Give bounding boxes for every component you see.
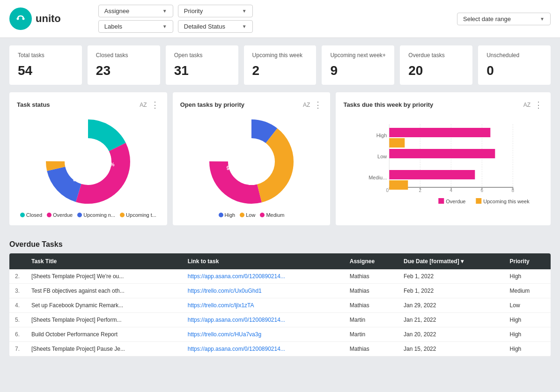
detailed-status-filter[interactable]: Detailed Status ▼ <box>178 20 253 33</box>
row-task-title: [Sheets Template Project] Pause Je... <box>26 341 182 356</box>
legend-low-label: Low <box>246 212 255 218</box>
low-overdue-bar <box>390 149 495 158</box>
legend-upcoming-t-label: Upcoming t... <box>126 212 156 218</box>
table-row: 6. Build October Performance Report http… <box>9 327 551 341</box>
svg-text:2: 2 <box>419 188 422 193</box>
row-assignee: Martin <box>344 327 398 341</box>
chart-actions-3: AZ ⋮ <box>523 100 543 110</box>
row-link[interactable]: https://app.asana.com/0/1200890214... <box>182 341 344 356</box>
row-task-title: [Sheets Template Project] We're ou... <box>26 269 182 284</box>
legend-upcoming-t: Upcoming t... <box>120 212 156 218</box>
filter-row-1: Assignee ▼ Priority ▼ <box>98 5 253 17</box>
labels-filter[interactable]: Labels ▼ <box>98 20 173 33</box>
bar-chart-body: 0 2 4 6 8 High Low Mediu... <box>343 115 543 212</box>
row-num: 2. <box>9 269 26 284</box>
svg-text:42.6%: 42.6% <box>101 162 114 167</box>
header: unito Assignee ▼ Priority ▼ Labels ▼ Det… <box>0 0 560 38</box>
stat-closed-tasks-label: Closed tasks <box>96 52 152 59</box>
more-menu-icon[interactable]: ⋮ <box>151 100 160 110</box>
svg-text:0: 0 <box>386 188 389 193</box>
row-priority: Low <box>504 298 551 312</box>
date-range-container: Select date range ▼ <box>457 13 551 25</box>
overdue-table-section: Overdue Tasks Task Title Link to task As… <box>0 233 560 364</box>
row-priority: High <box>504 269 551 284</box>
col-assignee: Assignee <box>344 253 398 269</box>
legend-upcoming-n-dot <box>77 213 82 217</box>
svg-text:8: 8 <box>512 188 515 193</box>
col-task-title[interactable]: Task Title <box>26 253 182 269</box>
task-status-donut: 16.7% 42.6% 37% <box>37 115 140 208</box>
stat-open-tasks-value: 31 <box>174 63 230 78</box>
overdue-table: Task Title Link to task Assignee Due Dat… <box>9 253 551 356</box>
bar-chart-svg: 0 2 4 6 8 High Low Mediu... <box>343 119 543 211</box>
high-overdue-bar <box>390 128 491 137</box>
assignee-filter[interactable]: Assignee ▼ <box>98 5 173 17</box>
sort-icon[interactable]: AZ <box>140 102 147 108</box>
legend-low-dot <box>240 213 244 217</box>
sort-icon-3[interactable]: AZ <box>523 102 531 108</box>
legend-upcoming-rect <box>476 198 482 204</box>
table-header: Task Title Link to task Assignee Due Dat… <box>9 253 551 269</box>
table-header-row: Task Title Link to task Assignee Due Dat… <box>9 253 551 269</box>
stat-upcoming-week-label: Upcoming this week <box>252 52 308 59</box>
stat-total-tasks-value: 54 <box>18 63 74 78</box>
task-status-title: Task status <box>17 101 50 108</box>
svg-text:16.7%: 16.7% <box>68 140 81 145</box>
medium-upcoming-bar <box>390 180 408 190</box>
row-link[interactable]: https://app.asana.com/0/1200890214... <box>182 312 344 327</box>
table-row: 2. [Sheets Template Project] We're ou...… <box>9 269 551 284</box>
stat-upcoming-next-value: 9 <box>330 63 386 78</box>
table-row: 4. Set up Facebook Dynamic Remark... htt… <box>9 298 551 312</box>
row-task-title: Build October Performance Report <box>26 327 182 341</box>
legend-high: High <box>219 212 236 218</box>
stat-upcoming-next: Upcoming next week+ 9 <box>322 45 394 85</box>
legend-upcoming-n-label: Upcoming n... <box>83 212 115 218</box>
stat-total-tasks-label: Total tasks <box>18 52 74 59</box>
svg-text:Low: Low <box>378 154 387 159</box>
row-task-title: Set up Facebook Dynamic Remark... <box>26 298 182 312</box>
legend-overdue: Overdue <box>47 212 73 218</box>
table-row: 3. Test FB objectives against each oth..… <box>9 283 551 298</box>
svg-text:Mediu...: Mediu... <box>369 175 387 180</box>
row-link[interactable]: https://trello.com/c/Ux0uGhd1 <box>182 283 344 298</box>
svg-text:37%: 37% <box>73 177 82 182</box>
row-link[interactable]: https://trello.com/c/HUa7va3g <box>182 327 344 341</box>
svg-point-14 <box>229 139 274 184</box>
sort-icon-2[interactable]: AZ <box>303 102 310 108</box>
legend-upcoming-t-dot <box>120 213 125 217</box>
open-by-priority-title: Open tasks by priority <box>180 101 244 108</box>
legend-medium: Medium <box>260 212 284 218</box>
date-range-filter[interactable]: Select date range ▼ <box>457 13 551 25</box>
stat-overdue-tasks-label: Overdue tasks <box>408 52 464 59</box>
task-status-legend: Closed Overdue Upcoming n... Upcoming t.… <box>20 212 156 218</box>
legend-overdue-rect <box>439 198 444 204</box>
charts-section: Task status AZ ⋮ <box>0 92 560 233</box>
stat-upcoming-week-value: 2 <box>252 63 308 78</box>
svg-point-2 <box>22 18 25 20</box>
priority-filter[interactable]: Priority ▼ <box>178 5 253 17</box>
legend-overdue-label: Overdue <box>53 212 73 218</box>
legend-upcoming-n: Upcoming n... <box>77 212 115 218</box>
row-due-date: Jan 21, 2022 <box>398 312 504 327</box>
svg-text:11: 11 <box>248 180 255 186</box>
svg-text:9: 9 <box>227 165 230 171</box>
row-link[interactable]: https://trello.com/c/ljlx1zTA <box>182 298 344 312</box>
stat-upcoming-week: Upcoming this week 2 <box>244 45 317 85</box>
row-num: 5. <box>9 312 26 327</box>
col-num <box>9 253 26 269</box>
legend-high-dot <box>219 213 223 217</box>
stat-closed-tasks-value: 23 <box>96 63 152 78</box>
row-num: 6. <box>9 327 26 341</box>
svg-text:6: 6 <box>481 188 484 193</box>
svg-text:4: 4 <box>450 188 453 193</box>
svg-text:11: 11 <box>261 148 268 155</box>
stats-row: Total tasks 54 Closed tasks 23 Open task… <box>0 38 560 92</box>
col-due-date[interactable]: Due Date [formatted] ▾ <box>398 253 504 269</box>
overdue-table-title: Overdue Tasks <box>9 240 551 249</box>
row-link[interactable]: https://app.asana.com/0/1200890214... <box>182 269 344 284</box>
more-menu-icon-3[interactable]: ⋮ <box>534 100 543 110</box>
more-menu-icon-2[interactable]: ⋮ <box>314 100 323 110</box>
stat-unscheduled: Unscheduled 0 <box>478 45 551 85</box>
chart-actions-2: AZ ⋮ <box>303 100 323 110</box>
chevron-down-icon: ▼ <box>540 16 545 22</box>
